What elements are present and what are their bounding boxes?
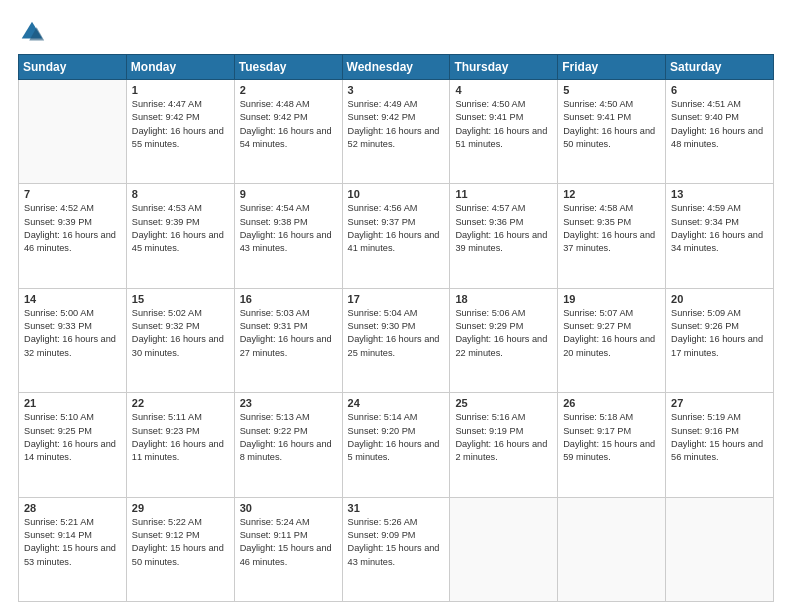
- calendar-cell: 12 Sunrise: 4:58 AMSunset: 9:35 PMDaylig…: [558, 184, 666, 288]
- day-number: 11: [455, 188, 552, 200]
- day-info: Sunrise: 4:52 AMSunset: 9:39 PMDaylight:…: [24, 202, 121, 255]
- day-info: Sunrise: 5:11 AMSunset: 9:23 PMDaylight:…: [132, 411, 229, 464]
- logo-icon: [18, 18, 46, 46]
- day-number: 8: [132, 188, 229, 200]
- calendar-cell: 13 Sunrise: 4:59 AMSunset: 9:34 PMDaylig…: [666, 184, 774, 288]
- calendar-cell: [558, 497, 666, 601]
- day-info: Sunrise: 5:07 AMSunset: 9:27 PMDaylight:…: [563, 307, 660, 360]
- calendar-header-row: SundayMondayTuesdayWednesdayThursdayFrid…: [19, 55, 774, 80]
- calendar-cell: 21 Sunrise: 5:10 AMSunset: 9:25 PMDaylig…: [19, 393, 127, 497]
- calendar-cell: 18 Sunrise: 5:06 AMSunset: 9:29 PMDaylig…: [450, 288, 558, 392]
- day-number: 23: [240, 397, 337, 409]
- day-info: Sunrise: 5:13 AMSunset: 9:22 PMDaylight:…: [240, 411, 337, 464]
- day-number: 13: [671, 188, 768, 200]
- day-info: Sunrise: 4:48 AMSunset: 9:42 PMDaylight:…: [240, 98, 337, 151]
- calendar-cell: 30 Sunrise: 5:24 AMSunset: 9:11 PMDaylig…: [234, 497, 342, 601]
- day-info: Sunrise: 5:10 AMSunset: 9:25 PMDaylight:…: [24, 411, 121, 464]
- day-number: 2: [240, 84, 337, 96]
- calendar-table: SundayMondayTuesdayWednesdayThursdayFrid…: [18, 54, 774, 602]
- calendar-header-saturday: Saturday: [666, 55, 774, 80]
- calendar-cell: 8 Sunrise: 4:53 AMSunset: 9:39 PMDayligh…: [126, 184, 234, 288]
- day-info: Sunrise: 4:58 AMSunset: 9:35 PMDaylight:…: [563, 202, 660, 255]
- day-number: 22: [132, 397, 229, 409]
- calendar-cell: [19, 80, 127, 184]
- calendar-cell: 15 Sunrise: 5:02 AMSunset: 9:32 PMDaylig…: [126, 288, 234, 392]
- day-number: 27: [671, 397, 768, 409]
- calendar-header-thursday: Thursday: [450, 55, 558, 80]
- day-info: Sunrise: 4:54 AMSunset: 9:38 PMDaylight:…: [240, 202, 337, 255]
- calendar-week-2: 7 Sunrise: 4:52 AMSunset: 9:39 PMDayligh…: [19, 184, 774, 288]
- day-info: Sunrise: 5:19 AMSunset: 9:16 PMDaylight:…: [671, 411, 768, 464]
- calendar-cell: 27 Sunrise: 5:19 AMSunset: 9:16 PMDaylig…: [666, 393, 774, 497]
- day-info: Sunrise: 4:59 AMSunset: 9:34 PMDaylight:…: [671, 202, 768, 255]
- calendar-cell: 14 Sunrise: 5:00 AMSunset: 9:33 PMDaylig…: [19, 288, 127, 392]
- calendar-cell: 23 Sunrise: 5:13 AMSunset: 9:22 PMDaylig…: [234, 393, 342, 497]
- calendar-cell: 1 Sunrise: 4:47 AMSunset: 9:42 PMDayligh…: [126, 80, 234, 184]
- day-info: Sunrise: 4:51 AMSunset: 9:40 PMDaylight:…: [671, 98, 768, 151]
- calendar-cell: 6 Sunrise: 4:51 AMSunset: 9:40 PMDayligh…: [666, 80, 774, 184]
- calendar-header-monday: Monday: [126, 55, 234, 80]
- calendar-cell: 19 Sunrise: 5:07 AMSunset: 9:27 PMDaylig…: [558, 288, 666, 392]
- calendar-cell: 25 Sunrise: 5:16 AMSunset: 9:19 PMDaylig…: [450, 393, 558, 497]
- day-info: Sunrise: 5:14 AMSunset: 9:20 PMDaylight:…: [348, 411, 445, 464]
- day-number: 15: [132, 293, 229, 305]
- calendar-cell: 22 Sunrise: 5:11 AMSunset: 9:23 PMDaylig…: [126, 393, 234, 497]
- day-number: 28: [24, 502, 121, 514]
- day-info: Sunrise: 5:18 AMSunset: 9:17 PMDaylight:…: [563, 411, 660, 464]
- calendar-cell: 2 Sunrise: 4:48 AMSunset: 9:42 PMDayligh…: [234, 80, 342, 184]
- day-info: Sunrise: 5:09 AMSunset: 9:26 PMDaylight:…: [671, 307, 768, 360]
- day-info: Sunrise: 5:26 AMSunset: 9:09 PMDaylight:…: [348, 516, 445, 569]
- day-number: 7: [24, 188, 121, 200]
- calendar-cell: 9 Sunrise: 4:54 AMSunset: 9:38 PMDayligh…: [234, 184, 342, 288]
- day-number: 12: [563, 188, 660, 200]
- day-number: 6: [671, 84, 768, 96]
- calendar-header-tuesday: Tuesday: [234, 55, 342, 80]
- day-info: Sunrise: 4:57 AMSunset: 9:36 PMDaylight:…: [455, 202, 552, 255]
- day-info: Sunrise: 4:50 AMSunset: 9:41 PMDaylight:…: [455, 98, 552, 151]
- day-number: 21: [24, 397, 121, 409]
- day-info: Sunrise: 5:24 AMSunset: 9:11 PMDaylight:…: [240, 516, 337, 569]
- day-info: Sunrise: 5:21 AMSunset: 9:14 PMDaylight:…: [24, 516, 121, 569]
- calendar-week-5: 28 Sunrise: 5:21 AMSunset: 9:14 PMDaylig…: [19, 497, 774, 601]
- calendar-header-wednesday: Wednesday: [342, 55, 450, 80]
- day-number: 25: [455, 397, 552, 409]
- day-info: Sunrise: 5:22 AMSunset: 9:12 PMDaylight:…: [132, 516, 229, 569]
- calendar-header-friday: Friday: [558, 55, 666, 80]
- day-info: Sunrise: 5:02 AMSunset: 9:32 PMDaylight:…: [132, 307, 229, 360]
- day-number: 24: [348, 397, 445, 409]
- day-number: 30: [240, 502, 337, 514]
- day-info: Sunrise: 4:50 AMSunset: 9:41 PMDaylight:…: [563, 98, 660, 151]
- calendar-week-3: 14 Sunrise: 5:00 AMSunset: 9:33 PMDaylig…: [19, 288, 774, 392]
- day-info: Sunrise: 5:16 AMSunset: 9:19 PMDaylight:…: [455, 411, 552, 464]
- calendar-week-4: 21 Sunrise: 5:10 AMSunset: 9:25 PMDaylig…: [19, 393, 774, 497]
- calendar-cell: 20 Sunrise: 5:09 AMSunset: 9:26 PMDaylig…: [666, 288, 774, 392]
- day-info: Sunrise: 4:56 AMSunset: 9:37 PMDaylight:…: [348, 202, 445, 255]
- day-number: 3: [348, 84, 445, 96]
- day-info: Sunrise: 4:53 AMSunset: 9:39 PMDaylight:…: [132, 202, 229, 255]
- day-number: 29: [132, 502, 229, 514]
- calendar-header-sunday: Sunday: [19, 55, 127, 80]
- calendar-cell: 29 Sunrise: 5:22 AMSunset: 9:12 PMDaylig…: [126, 497, 234, 601]
- calendar-cell: [450, 497, 558, 601]
- day-number: 14: [24, 293, 121, 305]
- calendar-body: 1 Sunrise: 4:47 AMSunset: 9:42 PMDayligh…: [19, 80, 774, 602]
- day-info: Sunrise: 5:04 AMSunset: 9:30 PMDaylight:…: [348, 307, 445, 360]
- day-number: 19: [563, 293, 660, 305]
- calendar-cell: 17 Sunrise: 5:04 AMSunset: 9:30 PMDaylig…: [342, 288, 450, 392]
- calendar-cell: 5 Sunrise: 4:50 AMSunset: 9:41 PMDayligh…: [558, 80, 666, 184]
- page-header: [18, 18, 774, 46]
- calendar-cell: 4 Sunrise: 4:50 AMSunset: 9:41 PMDayligh…: [450, 80, 558, 184]
- day-info: Sunrise: 4:49 AMSunset: 9:42 PMDaylight:…: [348, 98, 445, 151]
- logo: [18, 18, 50, 46]
- day-info: Sunrise: 5:03 AMSunset: 9:31 PMDaylight:…: [240, 307, 337, 360]
- calendar-cell: 11 Sunrise: 4:57 AMSunset: 9:36 PMDaylig…: [450, 184, 558, 288]
- day-number: 31: [348, 502, 445, 514]
- calendar-cell: 24 Sunrise: 5:14 AMSunset: 9:20 PMDaylig…: [342, 393, 450, 497]
- day-number: 18: [455, 293, 552, 305]
- calendar-cell: 3 Sunrise: 4:49 AMSunset: 9:42 PMDayligh…: [342, 80, 450, 184]
- calendar-cell: [666, 497, 774, 601]
- day-info: Sunrise: 4:47 AMSunset: 9:42 PMDaylight:…: [132, 98, 229, 151]
- calendar-cell: 26 Sunrise: 5:18 AMSunset: 9:17 PMDaylig…: [558, 393, 666, 497]
- day-info: Sunrise: 5:06 AMSunset: 9:29 PMDaylight:…: [455, 307, 552, 360]
- day-number: 4: [455, 84, 552, 96]
